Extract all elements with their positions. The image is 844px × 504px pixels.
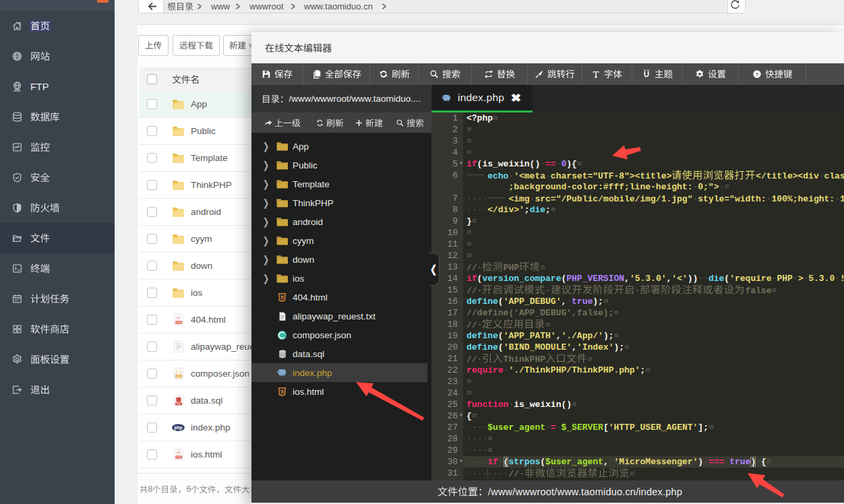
- svg-text:HTML: HTML: [175, 321, 181, 324]
- svg-text:‹/›: ‹/›: [177, 315, 181, 320]
- svg-text:?: ?: [756, 71, 759, 77]
- svg-text:5: 5: [280, 389, 283, 395]
- svg-text:{..}: {..}: [175, 370, 181, 375]
- svg-text:JSON: JSON: [175, 375, 181, 378]
- svg-text:SQL: SQL: [176, 402, 181, 405]
- svg-text:‹/›: ‹/›: [177, 450, 181, 455]
- svg-text:HTML: HTML: [175, 456, 181, 459]
- svg-text:5: 5: [280, 294, 283, 301]
- svg-text:php: php: [174, 425, 182, 431]
